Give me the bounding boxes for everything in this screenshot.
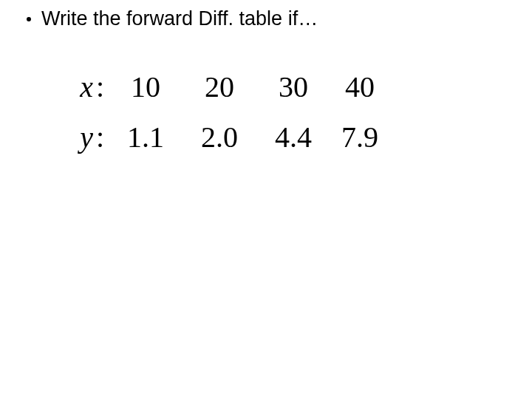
row-label-y: y xyxy=(65,115,93,160)
cell: 10 xyxy=(112,65,179,109)
cell: 40 xyxy=(327,65,393,109)
cell: 4.4 xyxy=(260,115,327,160)
row-colon: : xyxy=(93,65,112,109)
row-colon: : xyxy=(93,115,112,160)
cell: 2.0 xyxy=(179,115,260,160)
row-label-x: x xyxy=(65,65,93,109)
table-row: y : 1.1 2.0 4.4 7.9 xyxy=(65,115,393,160)
cell: 7.9 xyxy=(327,115,393,160)
data-table: x : 10 20 30 40 y : 1.1 2.0 4.4 7.9 xyxy=(65,65,393,166)
cell: 20 xyxy=(179,65,260,109)
cell: 30 xyxy=(260,65,327,109)
cell: 1.1 xyxy=(112,115,179,160)
bullet-icon xyxy=(27,17,31,21)
table-row: x : 10 20 30 40 xyxy=(65,65,393,109)
bullet-item: Write the forward Diff. table if… xyxy=(27,7,318,30)
bullet-text: Write the forward Diff. table if… xyxy=(41,7,318,30)
